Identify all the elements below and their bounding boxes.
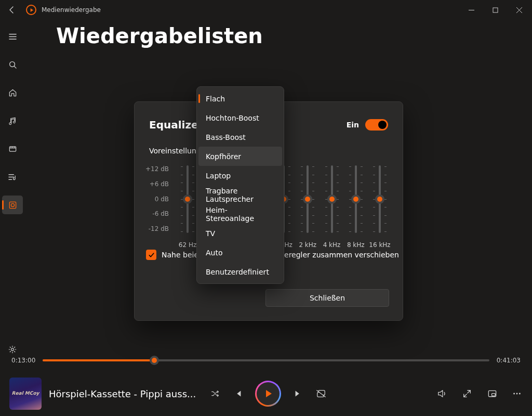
video-library-button[interactable]	[2, 139, 23, 158]
remaining-time: 0:41:03	[497, 357, 521, 364]
window-maximize-button[interactable]	[483, 2, 507, 18]
repeat-button[interactable]	[315, 388, 327, 399]
preset-item[interactable]: Laptop	[198, 166, 282, 185]
menu-button[interactable]	[2, 27, 23, 46]
svg-point-10	[519, 393, 521, 395]
previous-button[interactable]	[232, 388, 244, 399]
preset-item[interactable]: Tragbare Lautsprecher	[198, 185, 282, 204]
close-button[interactable]: Schließen	[265, 289, 389, 307]
app-icon	[26, 5, 36, 15]
search-button[interactable]	[2, 55, 23, 74]
preset-item[interactable]: Benutzerdefiniert	[198, 262, 282, 281]
eq-slider[interactable]	[373, 164, 387, 234]
equalizer-title: Equalizer	[149, 119, 204, 131]
svg-rect-3	[9, 202, 16, 208]
fullscreen-button[interactable]	[461, 388, 473, 399]
window-title-bar: Medienwiedergabe	[0, 0, 532, 20]
eq-slider[interactable]	[301, 164, 314, 234]
eq-band-freq: 4 kHz	[323, 241, 341, 249]
next-button[interactable]	[292, 388, 304, 399]
eq-band-freq: 2 kHz	[299, 241, 316, 249]
seek-slider[interactable]	[43, 359, 489, 361]
db-scale: +12 dB +6 dB 0 dB -6 dB -12 dB	[144, 164, 174, 232]
music-library-button[interactable]	[2, 111, 23, 130]
collection-button[interactable]	[2, 196, 23, 214]
eq-band-0: 62 Hz	[176, 164, 199, 249]
eq-band-6: 4 kHz	[321, 164, 343, 249]
preset-item[interactable]: TV	[198, 224, 282, 243]
more-button[interactable]	[511, 388, 523, 399]
eq-band-freq: 16 kHz	[369, 241, 390, 249]
svg-point-8	[513, 393, 515, 395]
window-minimize-button[interactable]	[459, 2, 483, 18]
page-title: Wiedergabelisten	[56, 24, 263, 48]
playlists-button[interactable]	[2, 167, 23, 186]
eq-band-8: 16 kHz	[368, 164, 391, 249]
preset-item[interactable]: Auto	[198, 243, 282, 262]
eq-slider[interactable]	[325, 164, 339, 234]
eq-slider[interactable]	[349, 164, 363, 234]
shuffle-button[interactable]	[209, 388, 221, 399]
equalizer-on-label: Ein	[347, 121, 359, 129]
preset-item[interactable]: Hochton-Boost	[198, 108, 282, 127]
app-title: Medienwiedergabe	[42, 6, 101, 14]
elapsed-time: 0:13:00	[11, 357, 35, 364]
move-together-checkbox[interactable]	[146, 250, 156, 260]
svg-point-5	[11, 348, 14, 351]
track-title: Hörspiel-Kassette - Pippi auss...	[49, 388, 196, 399]
svg-point-4	[11, 203, 14, 206]
eq-band-5: 2 kHz	[296, 164, 319, 249]
svg-rect-7	[491, 393, 495, 396]
preset-item[interactable]: Kopfhörer	[198, 147, 282, 166]
equalizer-toggle[interactable]	[365, 119, 388, 131]
eq-band-freq: 8 kHz	[347, 241, 365, 249]
window-close-button[interactable]	[507, 2, 531, 18]
preset-item[interactable]: Bass-Boost	[198, 127, 282, 147]
svg-point-9	[516, 393, 518, 395]
svg-point-1	[9, 61, 15, 67]
volume-button[interactable]	[436, 388, 448, 399]
back-button[interactable]	[3, 1, 21, 19]
seek-row: 0:13:00 0:41:03	[11, 357, 521, 364]
preset-item[interactable]: Heim-Stereoanlage	[198, 204, 282, 224]
eq-band-freq: 62 Hz	[179, 241, 196, 249]
preset-dropdown[interactable]: FlachHochton-BoostBass-BoostKopfhörerLap…	[196, 86, 284, 284]
album-art[interactable]: Real MCoy	[9, 378, 42, 410]
eq-band-7: 8 kHz	[344, 164, 367, 249]
svg-rect-0	[493, 8, 498, 12]
player-bar: Real MCoy Hörspiel-Kassette - Pippi auss…	[0, 371, 532, 416]
settings-button[interactable]	[2, 340, 23, 359]
preset-item[interactable]: Flach	[198, 89, 282, 108]
eq-slider[interactable]	[181, 164, 194, 234]
home-button[interactable]	[2, 83, 23, 102]
miniplayer-button[interactable]	[486, 388, 498, 399]
play-button[interactable]	[255, 381, 281, 407]
